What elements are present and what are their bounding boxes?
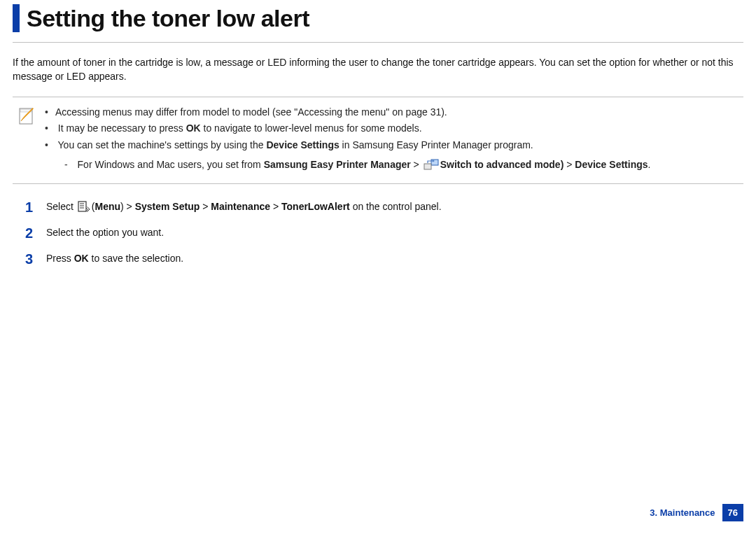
note-item: Accessing menus may differ from model to… (45, 104, 650, 121)
note-text-bold: Device Settings (266, 139, 339, 150)
note-item: You can set the machine's settings by us… (45, 137, 650, 174)
step-frag-bold: Menu (94, 201, 120, 212)
step-frag: Select (46, 201, 76, 212)
step-frag: to save the selection. (89, 253, 183, 264)
note-text: It may be necessary to press (58, 122, 186, 134)
svg-rect-1 (431, 160, 438, 165)
note-text-bold: Device Settings (575, 159, 648, 170)
divider-top (13, 42, 743, 43)
step-item: 1 Select *(Menu) > System Setup > Mainte… (25, 199, 743, 216)
step-frag-bold: Maintenance (211, 201, 270, 212)
step-frag-bold: System Setup (135, 201, 200, 212)
page-footer: 3. Maintenance 76 (650, 504, 743, 521)
note-text-bold: Switch to advanced mode) (440, 159, 564, 170)
step-frag: on the control panel. (350, 201, 442, 212)
step-frag-bold: TonerLowAlert (281, 201, 350, 212)
note-item: It may be necessary to press OK to navig… (45, 120, 650, 137)
note-text: You can set the machine's settings by us… (58, 139, 267, 150)
switch-mode-icon (424, 159, 439, 171)
title-row: Setting the toner low alert (13, 0, 743, 32)
step-frag: Press (46, 253, 74, 264)
note-icon (18, 106, 35, 125)
intro-paragraph: If the amount of toner in the cartridge … (13, 55, 743, 84)
step-item: 3 Press OK to save the selection. (25, 251, 743, 267)
note-text: > (411, 159, 422, 170)
steps-list: 1 Select *(Menu) > System Setup > Mainte… (13, 199, 743, 267)
note-subitem: For Windows and Mac users, you set from … (64, 157, 650, 174)
footer-page-number: 76 (722, 504, 743, 521)
svg-rect-4 (78, 202, 86, 211)
note-text: . (648, 159, 651, 170)
document-page: Setting the toner low alert If the amoun… (0, 0, 756, 534)
note-sublist: For Windows and Mac users, you set from … (45, 157, 650, 174)
note-text-bold: Samsung Easy Printer Manager (264, 159, 411, 170)
step-number: 3 (25, 251, 35, 267)
svg-rect-2 (424, 164, 431, 169)
title-accent-bar (13, 4, 20, 32)
menu-icon: * (78, 201, 90, 213)
note-text: > (564, 159, 575, 170)
step-frag: > (200, 201, 211, 212)
note-text-bold: OK (186, 122, 201, 134)
step-text: Press OK to save the selection. (46, 251, 183, 267)
step-frag: ) > (120, 201, 135, 212)
step-number: 1 (25, 199, 35, 216)
note-list: Accessing menus may differ from model to… (45, 104, 650, 174)
note-text: to navigate to lower-level menus for som… (201, 122, 422, 134)
step-text: Select *(Menu) > System Setup > Maintena… (46, 199, 442, 216)
step-number: 2 (25, 225, 35, 241)
step-frag: > (270, 201, 281, 212)
note-text: For Windows and Mac users, you set from (78, 159, 264, 170)
note-text: in Samsung Easy Printer Manager program. (340, 139, 533, 150)
footer-section-label: 3. Maintenance (650, 507, 715, 518)
note-box: Accessing menus may differ from model to… (13, 97, 743, 184)
note-text: Accessing menus may differ from model to… (55, 106, 447, 118)
page-title: Setting the toner low alert (27, 5, 309, 32)
step-frag-bold: OK (74, 253, 89, 264)
step-item: 2 Select the option you want. (25, 225, 743, 241)
step-text: Select the option you want. (46, 225, 164, 241)
